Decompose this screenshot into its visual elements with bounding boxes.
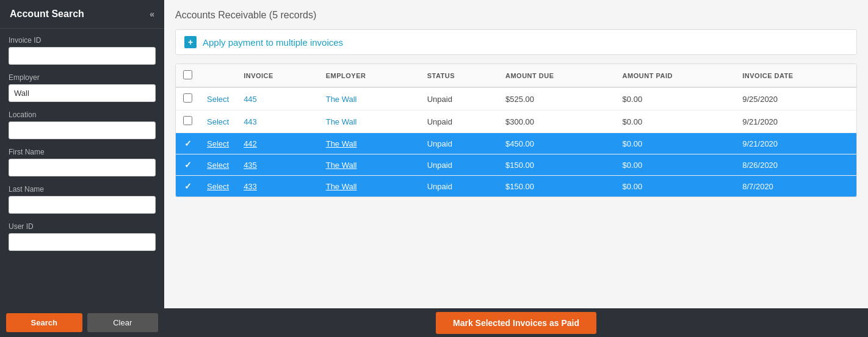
sidebar-body: Invoice IDEmployerLocationFirst NameLast… [0,29,164,308]
table-row: ✓Select442The WallUnpaid$450.00$0.009/21… [176,133,856,154]
select-link-1[interactable]: Select [207,117,229,126]
amount-due-cell-4: $150.00 [498,176,615,197]
invoice-cell-2: 442 [236,133,319,154]
row-checkbox-0[interactable] [183,93,192,103]
checked-mark[interactable]: ✓ [184,181,192,191]
status-cell-0: Unpaid [420,87,498,111]
amount-paid-cell-3: $0.00 [615,154,736,176]
row-checkbox-1[interactable] [183,116,192,125]
select-link-0[interactable]: Select [207,95,229,104]
amount-paid-cell-2: $0.00 [615,133,736,154]
row-checkbox-cell-1 [176,111,200,133]
invoice-cell-4: 433 [236,176,319,197]
col-invoice-date: INVOICE DATE [735,64,856,87]
search-button[interactable]: Search [6,313,82,332]
invoice-cell-3: 435 [236,154,319,176]
label-user-id: User ID [9,222,156,231]
col-empty [200,64,236,87]
main-footer: Mark Selected Invoices as Paid [164,312,868,334]
amount-paid-cell-0: $0.00 [615,87,736,111]
status-cell-1: Unpaid [420,111,498,133]
table-row: ✓Select433The WallUnpaid$150.00$0.008/7/… [176,176,856,197]
employer-cell-2: The Wall [319,133,420,154]
page-title: Accounts Receivable (5 records) [175,10,857,21]
mark-paid-button[interactable]: Mark Selected Invoices as Paid [436,312,596,334]
employer-link-2[interactable]: The Wall [326,139,357,148]
col-invoice: INVOICE [236,64,319,87]
label-first-name: First Name [9,148,156,156]
table-row: ✓Select435The WallUnpaid$150.00$0.008/26… [176,154,856,176]
table-row: Select443The WallUnpaid$300.00$0.009/21/… [176,111,856,133]
sidebar-header: Account Search « [0,0,164,29]
select-cell-3: Select [200,154,236,176]
employer-link-0[interactable]: The Wall [326,95,357,104]
col-status: STATUS [420,64,498,87]
amount-due-cell-1: $300.00 [498,111,615,133]
employer-cell-3: The Wall [319,154,420,176]
field-group-last-name: Last Name [9,185,156,214]
table-row: Select445The WallUnpaid$525.00$0.009/25/… [176,87,856,111]
apply-payment-label: Apply payment to multiple invoices [203,37,343,48]
invoice-link-3[interactable]: 435 [244,161,257,170]
field-group-user-id: User ID [9,222,156,251]
footer-bar: Search Clear Mark Selected Invoices as P… [0,308,868,337]
field-group-invoice-id: Invoice ID [9,36,156,65]
sidebar: Account Search « Invoice IDEmployerLocat… [0,0,164,308]
employer-cell-4: The Wall [319,176,420,197]
select-link-4[interactable]: Select [207,182,229,191]
select-all-checkbox[interactable] [183,70,192,79]
amount-paid-cell-4: $0.00 [615,176,736,197]
amount-due-cell-3: $150.00 [498,154,615,176]
row-checkbox-cell-2: ✓ [176,133,200,154]
invoice-link-1[interactable]: 443 [244,117,257,126]
clear-button[interactable]: Clear [87,313,159,332]
field-group-first-name: First Name [9,148,156,176]
select-cell-2: Select [200,133,236,154]
input-invoice-id[interactable] [9,47,156,65]
row-checkbox-cell-0 [176,87,200,111]
employer-cell-1: The Wall [319,111,420,133]
col-amount-due: AMOUNT DUE [498,64,615,87]
employer-cell-0: The Wall [319,87,420,111]
apply-payment-bar[interactable]: + Apply payment to multiple invoices [175,29,857,55]
col-amount-paid: AMOUNT PAID [615,64,736,87]
select-link-2[interactable]: Select [207,139,229,148]
select-cell-1: Select [200,111,236,133]
invoice-link-2[interactable]: 442 [244,139,257,148]
invoice-cell-1: 443 [236,111,319,133]
employer-link-4[interactable]: The Wall [326,182,357,191]
employer-link-1[interactable]: The Wall [326,117,357,126]
status-cell-2: Unpaid [420,133,498,154]
input-last-name[interactable] [9,196,156,214]
invoice-date-cell-3: 8/26/2020 [735,154,856,176]
input-first-name[interactable] [9,159,156,176]
input-user-id[interactable] [9,233,156,251]
invoice-table-wrapper: INVOICE EMPLOYER STATUS AMOUNT DUE AMOUN… [175,63,857,197]
status-cell-3: Unpaid [420,154,498,176]
input-location[interactable] [9,121,156,139]
field-group-location: Location [9,111,156,139]
employer-link-3[interactable]: The Wall [326,161,357,170]
field-group-employer: Employer [9,73,156,102]
invoice-date-cell-2: 9/21/2020 [735,133,856,154]
main-content: Accounts Receivable (5 records) + Apply … [164,0,868,308]
label-location: Location [9,111,156,119]
table-header-row: INVOICE EMPLOYER STATUS AMOUNT DUE AMOUN… [176,64,856,87]
select-link-3[interactable]: Select [207,161,229,170]
select-cell-4: Select [200,176,236,197]
invoice-date-cell-1: 9/21/2020 [735,111,856,133]
plus-icon: + [184,36,197,48]
invoice-link-0[interactable]: 445 [244,95,257,104]
select-cell-0: Select [200,87,236,111]
invoice-table: INVOICE EMPLOYER STATUS AMOUNT DUE AMOUN… [176,64,856,197]
collapse-icon[interactable]: « [150,9,154,19]
row-checkbox-cell-4: ✓ [176,176,200,197]
amount-due-cell-2: $450.00 [498,133,615,154]
sidebar-footer: Search Clear [0,313,164,332]
input-employer[interactable] [9,84,156,102]
invoice-date-cell-0: 9/25/2020 [735,87,856,111]
checked-mark[interactable]: ✓ [184,139,192,148]
invoice-link-4[interactable]: 433 [244,182,257,191]
checked-mark[interactable]: ✓ [184,160,192,170]
row-checkbox-cell-3: ✓ [176,154,200,176]
